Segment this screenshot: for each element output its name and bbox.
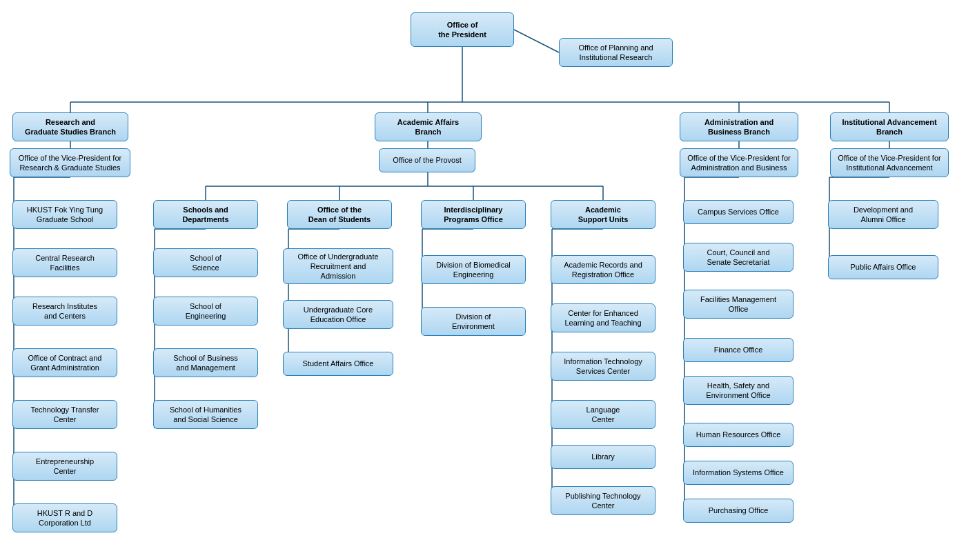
node-research_vp: Office of the Vice-President forResearch… [10, 148, 130, 177]
node-tech_transfer: Technology TransferCenter [12, 400, 117, 429]
node-schools_dept: Schools andDepartments [153, 200, 258, 229]
node-student_affairs: Student Affairs Office [283, 352, 393, 376]
node-undergrad_core: Undergraduate CoreEducation Office [283, 300, 393, 329]
node-biomedical: Division of BiomedicalEngineering [421, 255, 526, 284]
node-entrepreneurship: EntrepreneurshipCenter [12, 452, 117, 481]
node-undergrad_recruit: Office of UndergraduateRecruitment andAd… [283, 248, 393, 284]
node-finance: Finance Office [683, 338, 793, 362]
node-it_services: Information TechnologyServices Center [551, 352, 656, 381]
node-hkust_rd: HKUST R and DCorporation Ltd [12, 503, 117, 532]
node-enhanced_learning: Center for EnhancedLearning and Teaching [551, 303, 656, 332]
node-academic_records: Academic Records andRegistration Office [551, 255, 656, 284]
node-school_engineering: School ofEngineering [153, 297, 258, 326]
svg-line-0 [514, 30, 559, 52]
node-health_safety: Health, Safety andEnvironment Office [683, 376, 793, 405]
node-facilities_mgmt: Facilities ManagementOffice [683, 290, 793, 319]
org-chart: Office ofthe PresidentOffice of Planning… [0, 0, 966, 560]
node-interdisciplinary: InterdisciplinaryPrograms Office [421, 200, 526, 229]
node-environment: Division ofEnvironment [421, 307, 526, 336]
node-inst_branch: Institutional AdvancementBranch [830, 112, 949, 141]
node-purchasing: Purchasing Office [683, 499, 793, 523]
node-publishing: Publishing TechnologyCenter [551, 486, 656, 515]
node-development_alumni: Development andAlumni Office [828, 200, 938, 229]
node-language_center: LanguageCenter [551, 400, 656, 429]
node-human_resources: Human Resources Office [683, 423, 793, 447]
node-library: Library [551, 445, 656, 469]
node-info_systems: Information Systems Office [683, 461, 793, 485]
node-planning: Office of Planning andInstitutional Rese… [559, 38, 673, 67]
node-research_branch: Research andGraduate Studies Branch [12, 112, 128, 141]
node-school_business: School of Businessand Management [153, 348, 258, 377]
node-central_research: Central ResearchFacilities [12, 248, 117, 277]
node-campus_services: Campus Services Office [683, 200, 793, 224]
node-school_humanities: School of Humanitiesand Social Science [153, 400, 258, 429]
node-academic_branch: Academic AffairsBranch [375, 112, 482, 141]
node-dean_students: Office of theDean of Students [287, 200, 392, 229]
node-school_science: School ofScience [153, 248, 258, 277]
node-academic_support: AcademicSupport Units [551, 200, 656, 229]
node-court_council: Court, Council andSenate Secretariat [683, 243, 793, 272]
node-public_affairs: Public Affairs Office [828, 255, 938, 279]
node-admin_branch: Administration andBusiness Branch [680, 112, 798, 141]
node-provost: Office of the Provost [379, 148, 475, 172]
node-president: Office ofthe President [411, 12, 514, 47]
node-admin_vp: Office of the Vice-President forAdminist… [680, 148, 798, 177]
node-contract_grant: Office of Contract andGrant Administrati… [12, 348, 117, 377]
node-hkust_grad: HKUST Fok Ying TungGraduate School [12, 200, 117, 229]
node-research_institutes: Research Institutesand Centers [12, 297, 117, 326]
node-inst_vp: Office of the Vice-President forInstitut… [830, 148, 949, 177]
